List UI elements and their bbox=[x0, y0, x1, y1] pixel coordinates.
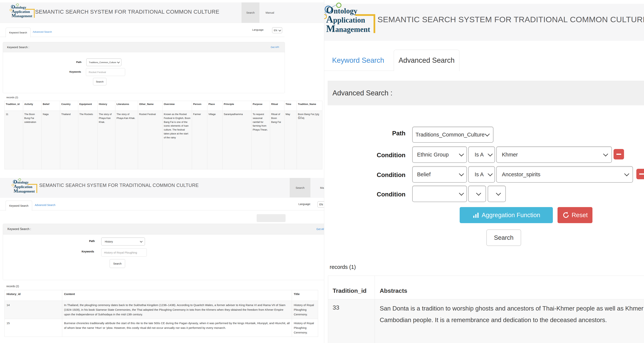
chevron-down-icon bbox=[488, 171, 493, 176]
remove-condition-button[interactable] bbox=[614, 149, 624, 160]
language-label: Language: bbox=[252, 28, 264, 31]
results-table: History_id Content Title 14 In Thailand,… bbox=[4, 290, 318, 337]
cell: 14 bbox=[5, 301, 62, 319]
chevron-down-icon bbox=[459, 191, 464, 196]
condition-operator-select[interactable] bbox=[468, 186, 486, 202]
cell: Burmese chronicles traditionally attribu… bbox=[62, 319, 292, 337]
path-select[interactable]: Traditions_Common_Culture bbox=[412, 126, 494, 143]
cell: History of Royal Ploughing Ceremony. bbox=[292, 301, 318, 319]
tab-keyword-search[interactable]: Keyword Search bbox=[6, 200, 32, 211]
keywords-label: Keywords bbox=[82, 250, 94, 253]
language-select[interactable]: EN bbox=[272, 27, 282, 33]
condition-value-select[interactable]: Khmer bbox=[496, 146, 612, 163]
keyword-search-section: Keyword Search : Get API bbox=[3, 224, 324, 280]
column-header: Literatures bbox=[116, 101, 138, 111]
chevron-down-icon bbox=[488, 152, 493, 156]
section-header: Keyword Search : Get API bbox=[3, 42, 285, 52]
cell: San Donta is a tradition to worship ghos… bbox=[375, 299, 644, 343]
cell: The story of Phaya Kan Khak. bbox=[116, 111, 138, 169]
keywords-input[interactable]: History of Royal Ploughing bbox=[101, 248, 147, 256]
tab-advanced-search[interactable]: Advanced Search bbox=[35, 204, 56, 206]
page-title: SEMANTIC SEARCH SYSTEM FOR TRADITIONAL C… bbox=[35, 9, 219, 15]
logo-text: Application bbox=[12, 9, 36, 14]
cell: Thailand bbox=[60, 111, 78, 169]
search-button[interactable]: Search bbox=[110, 259, 125, 268]
faded-overlay bbox=[257, 214, 286, 222]
column-header: Abstracts bbox=[375, 276, 644, 299]
search-button[interactable]: Search bbox=[93, 78, 106, 85]
path-select[interactable]: Traditions_Common_Culture bbox=[86, 58, 122, 66]
tab-advanced-search[interactable]: Advanced Search bbox=[394, 50, 460, 71]
keywords-input[interactable]: Rocket Festival bbox=[86, 68, 125, 76]
cell: Village bbox=[207, 111, 223, 169]
bar-chart-icon bbox=[472, 212, 480, 219]
nav-item-search[interactable]: Search bbox=[242, 2, 260, 23]
cell: The Boon Bung Fai celebration bbox=[23, 111, 42, 169]
logo-text: Management bbox=[326, 24, 378, 33]
path-select[interactable]: History bbox=[101, 238, 145, 246]
condition-value-select[interactable]: Ancestor_spirits bbox=[496, 166, 633, 182]
condition-field-select[interactable]: Belief bbox=[412, 166, 467, 182]
cell: May bbox=[284, 111, 297, 169]
column-header: Other_Name bbox=[138, 101, 163, 111]
minus-icon bbox=[639, 174, 644, 174]
column-header: Tradition_id bbox=[5, 101, 23, 111]
column-header: Ritual bbox=[270, 101, 284, 111]
logo-text: Management bbox=[12, 14, 36, 18]
cell: To request seasonal rainfall for farming… bbox=[252, 111, 270, 169]
condition-operator-select[interactable]: Is A bbox=[468, 146, 495, 163]
logo-text: Ontology bbox=[14, 180, 39, 184]
cell: The Rockets bbox=[78, 111, 98, 169]
results-table: Tradition_id Abstracts 33 San Donta is a… bbox=[328, 276, 644, 343]
cell: Farmer bbox=[192, 111, 207, 169]
tab-keyword-search[interactable]: Keyword Search bbox=[332, 56, 384, 64]
cell: Ritual of Boon Bang Fai bbox=[270, 111, 284, 169]
chevron-down-icon bbox=[496, 191, 501, 196]
chevron-down-icon bbox=[624, 171, 629, 176]
language-select[interactable]: EN bbox=[318, 201, 324, 208]
cell: Boon Bang Fai (บุญบั้งไฟ) bbox=[297, 111, 322, 169]
get-api-link[interactable]: Get API bbox=[316, 228, 324, 230]
nav-item-manual[interactable]: Manual bbox=[262, 2, 277, 23]
minus-icon bbox=[616, 154, 621, 155]
reset-icon bbox=[562, 211, 570, 219]
logo-text: Application bbox=[326, 15, 378, 24]
chevron-down-icon bbox=[140, 240, 142, 242]
ontology-logo: Ontology Application Management bbox=[12, 5, 36, 18]
column-header: Activity bbox=[23, 101, 42, 111]
logo-text: Ontology bbox=[12, 5, 36, 9]
nav-item-manual[interactable]: Manual bbox=[314, 178, 324, 197]
condition-label: Condition bbox=[367, 172, 406, 178]
tab-keyword-search[interactable]: Keyword Search bbox=[6, 28, 31, 37]
aggregation-function-button[interactable]: Aggregation Function bbox=[460, 207, 553, 223]
condition-operator-select[interactable]: Is A bbox=[468, 166, 495, 182]
chevron-down-icon bbox=[459, 171, 464, 176]
get-api-link[interactable]: Get API bbox=[271, 46, 279, 48]
cell: Saraniyadhamma bbox=[223, 111, 252, 169]
condition-value-select[interactable] bbox=[488, 186, 506, 202]
results-table: Tradition_id Activity Belief Country Equ… bbox=[4, 101, 322, 169]
column-header: History bbox=[98, 101, 116, 111]
column-header: Time bbox=[284, 101, 297, 111]
table-header-row: Tradition_id Activity Belief Country Equ… bbox=[5, 101, 322, 111]
chevron-down-icon bbox=[459, 152, 464, 156]
search-button[interactable]: Search bbox=[486, 230, 521, 246]
chevron-down-icon bbox=[603, 152, 608, 156]
reset-button[interactable]: Reset bbox=[558, 207, 592, 223]
nav-item-search[interactable]: Search bbox=[290, 178, 310, 197]
condition-field-select[interactable] bbox=[412, 186, 467, 202]
column-header: Principle bbox=[223, 101, 252, 111]
section-title: Advanced Search : bbox=[328, 89, 392, 97]
cell: 33 bbox=[328, 299, 375, 343]
column-header: Person bbox=[192, 101, 207, 111]
logo-text: Application bbox=[14, 184, 39, 189]
chevron-down-icon bbox=[485, 132, 490, 136]
table-header-row: Tradition_id Abstracts bbox=[328, 276, 644, 299]
condition-label: Condition bbox=[367, 191, 406, 198]
condition-field-select[interactable]: Ethnic Group bbox=[412, 146, 467, 163]
column-header: Content bbox=[62, 290, 292, 301]
composite-screenshot: Ontology Application Management SEMANTIC… bbox=[0, 0, 644, 343]
tab-advanced-search[interactable]: Advanced Search bbox=[33, 30, 52, 33]
section-title: Keyword Search : bbox=[8, 228, 31, 231]
remove-condition-button[interactable] bbox=[636, 169, 644, 179]
